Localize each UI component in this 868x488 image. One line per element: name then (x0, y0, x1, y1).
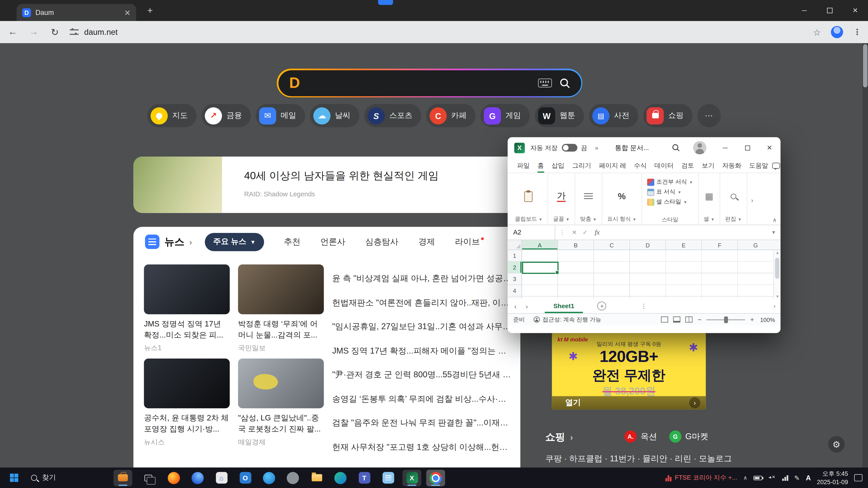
ribbon-tab-formulas[interactable]: 수식 (630, 158, 651, 173)
taskbar-app-skype[interactable] (260, 469, 278, 486)
news-card-item[interactable]: 박정훈 대령 ‘무죄’에 어머니 눈물...감격의 포... 국민일보 (238, 265, 324, 353)
account-avatar[interactable] (693, 141, 706, 154)
headline-item[interactable]: JMS 징역 17년 확정...피해자 메이플 "정의는 있다... (332, 339, 513, 363)
partner-auction[interactable]: A.옥션 (624, 430, 657, 443)
news-tab-economy[interactable]: 경제 (418, 236, 435, 247)
search-icon[interactable] (559, 78, 570, 88)
shortcut-finance[interactable]: ↗금융 (202, 104, 251, 127)
clock[interactable]: 오후 5:45 2025-01-09 (817, 469, 848, 486)
shortcut-cafe[interactable]: C카페 (426, 104, 475, 127)
ribbon-tab-automate[interactable]: 자동화 (718, 158, 745, 173)
headline-item[interactable]: 헌재 사무처장 "포고령 1호 상당히 이상해...헌법 ... (332, 435, 513, 459)
scroll-right-icon[interactable]: › (774, 303, 776, 309)
news-more-arrow-icon[interactable]: › (189, 237, 192, 247)
comments-icon[interactable] (772, 162, 780, 168)
enter-icon[interactable]: ✓ (583, 229, 588, 236)
news-tab-press[interactable]: 언론사 (320, 236, 345, 247)
kt-arrow-icon[interactable]: › (689, 397, 700, 408)
headline-item[interactable]: 검찰 "음주와 운전 나눠 무죄 판결한 꼴"...이재명 ... (332, 411, 513, 435)
keyboard-icon[interactable] (538, 78, 552, 88)
taskbar-search[interactable]: 찾기 (31, 473, 56, 483)
row-header-4[interactable]: 4 (508, 285, 522, 296)
headline-item[interactable]: "尹·관저 경호 군 인력 800명...55경비단 5년새 26... (332, 363, 513, 387)
start-button[interactable] (4, 469, 23, 486)
pen-icon[interactable]: ✎ (794, 474, 800, 482)
task-view-button[interactable] (139, 469, 158, 486)
news-tab-recommend[interactable]: 추천 (284, 236, 301, 247)
url-text[interactable]: daum.net (84, 28, 118, 36)
column-header-d[interactable]: D (630, 240, 666, 250)
page-scrollbar[interactable] (863, 43, 868, 467)
scroll-down-icon[interactable]: ▼ (774, 294, 780, 298)
partner-gmarket[interactable]: GG마켓 (669, 430, 708, 443)
row-header-3[interactable]: 3 (508, 273, 522, 285)
shortcut-sports[interactable]: S스포츠 (364, 104, 421, 127)
news-tab-main[interactable]: 주요 뉴스▼ (205, 233, 264, 251)
shortcut-weather[interactable]: ☁날씨 (310, 104, 359, 127)
browser-profile-avatar[interactable] (831, 26, 843, 38)
taskbar-app-teams[interactable]: T (355, 469, 374, 486)
back-button[interactable]: ← (6, 27, 19, 38)
taskbar-app-browser2[interactable] (188, 469, 207, 486)
select-all-corner[interactable] (508, 240, 522, 250)
headline-item[interactable]: "임시공휴일, 27일보단 31일..기혼 여성과 사무직 ... (332, 315, 513, 339)
sheet-tab-sheet1[interactable]: Sheet1 (545, 299, 583, 313)
formula-input[interactable] (604, 225, 771, 240)
shopping-header[interactable]: 쇼핑 › (545, 430, 573, 444)
taskbar-app-firefox[interactable] (164, 469, 183, 486)
headline-item[interactable]: 헌법재판소 "여론전에 흔들리지 않아..재판, 이례... (332, 291, 513, 315)
news-section-title[interactable]: 뉴스 (164, 235, 184, 249)
scrollbar-thumb[interactable] (775, 258, 780, 279)
shopping-title[interactable]: 쇼핑 (545, 430, 565, 444)
news-card-item[interactable]: JMS 정명석 징역 17년 확정...미소 되찾은 피... 뉴스1 (144, 265, 230, 353)
conditional-formatting-button[interactable]: 조건부 서식▼ (647, 177, 693, 187)
ribbon-tab-review[interactable]: 검토 (677, 158, 698, 173)
new-tab-button[interactable]: + (144, 5, 156, 17)
row-header-2[interactable]: 2 (508, 262, 522, 273)
browser-tab-daum[interactable]: D Daum ✕ (17, 4, 136, 21)
zoom-slider-thumb[interactable] (724, 316, 728, 323)
taskbar-app-briefcase[interactable] (114, 469, 132, 486)
window-minimize-button[interactable]: ─ (792, 0, 817, 21)
name-box[interactable]: A2 (508, 225, 555, 240)
kt-open-button[interactable]: 열기 (565, 398, 581, 408)
shortcut-game[interactable]: G게임 (480, 104, 530, 127)
network-icon[interactable] (782, 475, 788, 481)
tab-close-icon[interactable]: ✕ (124, 8, 131, 16)
sheet-nav-arrows[interactable]: ‹› (514, 302, 528, 310)
taskbar-app-excel[interactable]: X (402, 469, 421, 486)
news-card-title[interactable]: 박정훈 대령 ‘무죄’에 어머니 눈물...감격의 포... (238, 319, 324, 341)
browser-menu-icon[interactable]: ⋮ (853, 27, 862, 37)
quick-access-chevron-icon[interactable]: » (595, 144, 598, 151)
settings-gear-button[interactable]: ⚙ (828, 436, 845, 453)
ribbon-collapse-icon[interactable]: ∧ (773, 217, 777, 223)
cell-styles-button[interactable]: 셀 스타일▼ (647, 197, 687, 207)
ribbon-group-editing[interactable]: 편집▼ (720, 173, 747, 225)
ribbon-group-alignment[interactable]: 맞춤▼ (575, 173, 602, 225)
excel-search-icon[interactable] (672, 144, 680, 152)
ribbon-tab-draw[interactable]: 그리기 (568, 158, 595, 173)
stock-ticker-text[interactable]: FTSE 코리아 지수 +... (675, 474, 737, 482)
excel-minimize-button[interactable]: ─ (714, 137, 736, 158)
taskbar-app-whale[interactable] (331, 469, 350, 486)
forward-button[interactable]: → (28, 27, 40, 38)
taskbar-app-explorer[interactable] (307, 469, 326, 486)
kt-ad-cta-bar[interactable]: 열기 › (552, 396, 706, 410)
ribbon-group-cells[interactable]: ▦ 셀▼ (699, 173, 720, 225)
selected-cell-a2[interactable] (522, 262, 559, 274)
taskbar-app-chrome[interactable] (426, 469, 445, 486)
ribbon-tab-help[interactable]: 도움말 (745, 158, 772, 173)
more-shortcuts-button[interactable]: ⋯ (698, 104, 721, 127)
taskbar-app-misc[interactable] (283, 469, 302, 486)
kt-ad-card[interactable]: kt M mobile 밀리의 서재 평생 구독 0원 120GB+ 완전 무제… (552, 333, 706, 410)
add-sheet-button[interactable]: + (597, 302, 606, 311)
page-break-view-icon[interactable] (685, 317, 692, 323)
formula-bar-expand-icon[interactable]: ▼ (771, 230, 776, 235)
excel-maximize-button[interactable] (736, 137, 758, 158)
news-thumbnail[interactable] (238, 359, 324, 408)
scrollbar-thumb[interactable] (863, 44, 868, 88)
document-title[interactable]: 통합 문서... (615, 143, 649, 153)
sheet-next-icon[interactable]: › (526, 302, 528, 310)
news-card-title[interactable]: "삼성, LG 큰일났네"..중국 로봇청소기 진짜 팔... (238, 413, 324, 435)
ribbon-group-clipboard[interactable]: 클립보드▼ (510, 173, 548, 225)
